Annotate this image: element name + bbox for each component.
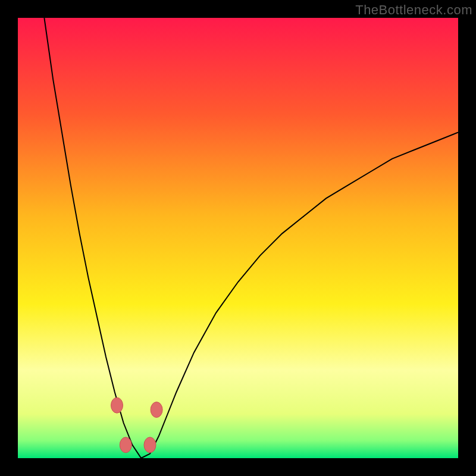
plot-area <box>18 18 458 458</box>
curve-marker <box>151 402 162 418</box>
plot-svg <box>18 18 458 458</box>
gradient-background <box>18 18 458 458</box>
chart-frame: TheBottleneck.com <box>0 0 476 476</box>
curve-marker <box>111 397 123 413</box>
watermark-text: TheBottleneck.com <box>355 2 472 18</box>
curve-marker <box>120 437 131 453</box>
curve-marker <box>144 437 156 453</box>
